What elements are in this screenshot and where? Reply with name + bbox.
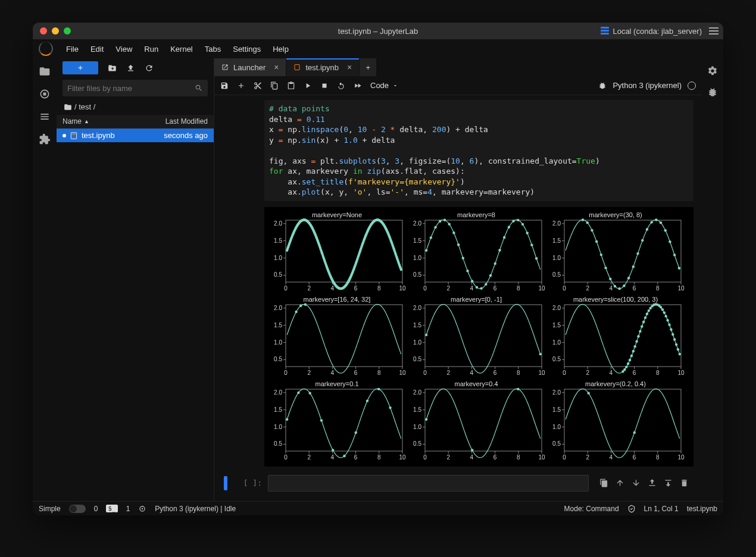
mode-label[interactable]: Mode: Command	[564, 505, 619, 513]
folder-icon	[64, 103, 72, 111]
duplicate-icon[interactable]	[599, 478, 608, 487]
running-icon[interactable]	[39, 88, 51, 100]
kernel-status[interactable]: Python 3 (ipykernel) | Idle	[155, 505, 236, 513]
svg-point-266	[498, 249, 501, 251]
breadcrumb[interactable]: / test /	[57, 99, 214, 115]
kernel-status-icon[interactable]	[688, 82, 696, 90]
app-window: test.ipynb – JupyterLab Local (conda: jl…	[33, 23, 723, 515]
upload-icon[interactable]	[126, 64, 135, 73]
svg-text:1.0: 1.0	[552, 254, 561, 261]
svg-text:1.5: 1.5	[274, 406, 282, 413]
paste-icon[interactable]	[287, 82, 295, 90]
menu-run[interactable]: Run	[138, 42, 164, 56]
close-window-icon[interactable]	[40, 27, 47, 35]
kernel-sessions-icon[interactable]	[138, 505, 146, 513]
move-down-icon[interactable]	[632, 478, 641, 487]
column-name[interactable]: Name▲	[63, 117, 165, 126]
svg-point-259	[466, 270, 468, 272]
new-launcher-button[interactable]	[63, 61, 98, 74]
column-modified[interactable]: Last Modified	[165, 117, 208, 126]
notebook-area[interactable]: # data points delta = 0.11 x = np.linspa…	[214, 95, 702, 501]
svg-point-254	[443, 219, 446, 221]
fast-forward-icon[interactable]	[354, 82, 362, 90]
status-filename[interactable]: test.ipynb	[687, 505, 717, 513]
stop-icon[interactable]	[320, 82, 329, 90]
status-count-0[interactable]: 0	[94, 505, 98, 513]
bug-icon[interactable]	[598, 82, 607, 90]
menu-kernel[interactable]: Kernel	[164, 42, 199, 56]
add-cell-icon[interactable]	[237, 82, 245, 90]
svg-text:markevery=(0.2, 0.4): markevery=(0.2, 0.4)	[585, 380, 646, 387]
tab-launcher[interactable]: Launcher ×	[214, 58, 286, 76]
titlebar: test.ipynb – JupyterLab Local (conda: jl…	[33, 23, 723, 39]
svg-text:0: 0	[563, 370, 566, 376]
svg-rect-5	[323, 83, 327, 87]
run-icon[interactable]	[304, 82, 312, 90]
menu-view[interactable]: View	[110, 42, 138, 56]
close-icon[interactable]: ×	[274, 62, 279, 72]
maximize-window-icon[interactable]	[64, 27, 71, 35]
svg-text:0.5: 0.5	[552, 271, 561, 278]
svg-point-451	[343, 455, 345, 457]
svg-text:1.0: 1.0	[413, 423, 421, 430]
tab-notebook[interactable]: test.ipynb ×	[286, 58, 360, 76]
svg-text:0.5: 0.5	[413, 440, 421, 447]
trusted-icon[interactable]	[627, 505, 636, 513]
notebook-icon	[293, 64, 301, 71]
menu-file[interactable]: File	[60, 42, 85, 56]
filter-input-wrap[interactable]	[63, 80, 208, 96]
menu-help[interactable]: Help	[267, 42, 295, 56]
svg-point-402	[642, 321, 645, 323]
move-up-icon[interactable]	[616, 478, 624, 487]
filter-input[interactable]	[67, 84, 195, 93]
status-count-1[interactable]: 1	[126, 505, 130, 513]
cut-icon[interactable]	[254, 82, 262, 90]
svg-text:10: 10	[677, 454, 685, 461]
svg-text:8: 8	[377, 454, 381, 461]
svg-point-258	[462, 256, 464, 259]
extensions-icon[interactable]	[39, 133, 51, 145]
insert-above-icon[interactable]	[648, 478, 657, 487]
menu-edit[interactable]: Edit	[85, 42, 110, 56]
svg-text:6: 6	[633, 370, 636, 376]
folder-icon[interactable]	[39, 65, 51, 77]
svg-point-313	[655, 218, 657, 221]
debugger-icon[interactable]	[707, 87, 718, 98]
insert-below-icon[interactable]	[664, 478, 673, 487]
svg-text:2.0: 2.0	[552, 305, 561, 311]
delete-icon[interactable]	[680, 478, 689, 487]
cell-input[interactable]	[268, 475, 589, 492]
terminal-icon[interactable]: $_	[106, 505, 117, 512]
svg-text:8: 8	[656, 285, 660, 292]
close-icon[interactable]: ×	[347, 62, 352, 72]
copy-icon[interactable]	[270, 82, 279, 90]
cell-type-select[interactable]: Code	[370, 81, 398, 90]
menu-icon[interactable]	[709, 27, 718, 35]
svg-point-250	[425, 249, 427, 252]
svg-point-395	[630, 355, 633, 357]
minimize-window-icon[interactable]	[52, 27, 59, 35]
new-folder-icon[interactable]	[108, 64, 117, 73]
settings-icon[interactable]	[707, 65, 718, 76]
search-icon	[195, 84, 203, 92]
svg-point-396	[632, 350, 635, 352]
svg-point-413	[661, 308, 664, 311]
save-icon[interactable]	[220, 82, 229, 90]
cursor-position[interactable]: Ln 1, Col 1	[644, 505, 679, 513]
menu-settings[interactable]: Settings	[227, 42, 267, 56]
refresh-icon[interactable]	[145, 64, 154, 73]
empty-cell[interactable]: [ ]:	[223, 475, 693, 492]
svg-text:1.5: 1.5	[552, 237, 561, 244]
code-cell[interactable]: # data points delta = 0.11 x = np.linspa…	[264, 100, 693, 201]
kernel-name[interactable]: Python 3 (ipykernel)	[613, 81, 682, 90]
svg-point-449	[320, 419, 323, 421]
toc-icon[interactable]	[39, 111, 51, 123]
simple-toggle[interactable]	[69, 505, 86, 513]
activity-bar	[33, 58, 57, 501]
new-tab-button[interactable]: +	[360, 58, 376, 76]
svg-point-265	[494, 262, 496, 265]
restart-icon[interactable]	[337, 82, 345, 90]
file-row[interactable]: test.ipynb seconds ago	[57, 129, 214, 142]
svg-rect-1	[43, 93, 46, 96]
menu-tabs[interactable]: Tabs	[199, 42, 227, 56]
